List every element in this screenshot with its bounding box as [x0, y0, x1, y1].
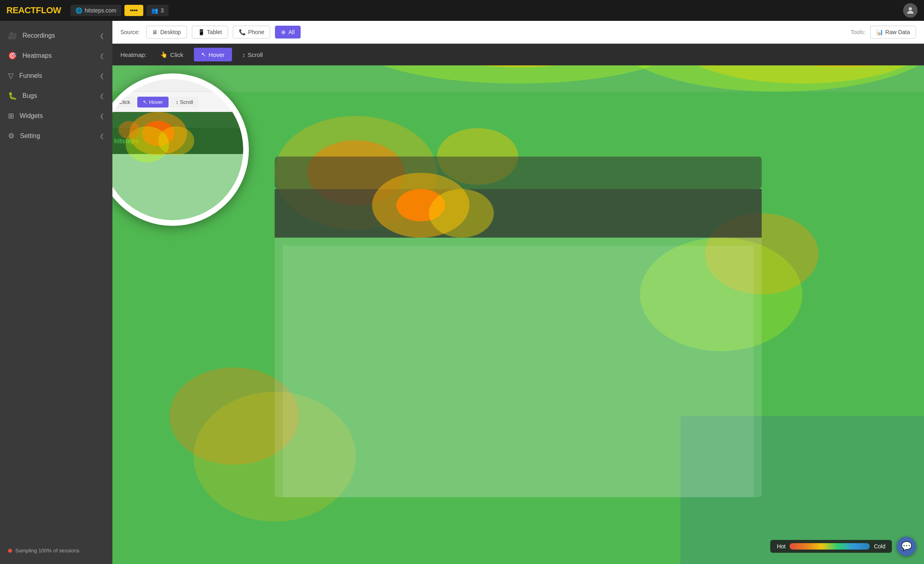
click-label: Click	[170, 51, 183, 58]
sidebar-item-funnels[interactable]: ▽ Funnels ❮	[0, 66, 112, 86]
svg-rect-18	[275, 156, 761, 189]
sidebar-footer: Sampling 100% of sessions.	[0, 542, 112, 559]
tablet-label: Tablet	[207, 29, 222, 35]
sidebar-label-funnels: Funnels	[19, 72, 42, 79]
users-icon: 👥	[151, 7, 158, 14]
widgets-chevron: ❮	[100, 113, 104, 119]
bugs-icon: 🐛	[8, 91, 17, 100]
magnifier-click-label: Click	[119, 99, 130, 105]
desktop-label: Desktop	[160, 29, 181, 35]
magnifier-lens: tmap: 👆Click ↖Hover ↕Scroll	[112, 73, 249, 226]
widgets-icon: ⊞	[8, 112, 14, 120]
funnels-icon: ▽	[8, 71, 14, 80]
svg-point-29	[118, 121, 140, 139]
heatmap-area: tmap: 👆Click ↖Hover ↕Scroll	[112, 65, 924, 564]
svg-point-22	[429, 189, 494, 237]
sidebar-item-heatmaps[interactable]: 🎯 Heatmaps ❮	[0, 46, 112, 66]
sidebar-label-recordings: Recordings	[22, 32, 55, 39]
all-icon: ⊕	[281, 29, 286, 35]
heatmap-label: Heatmap:	[120, 51, 147, 58]
tablet-icon: 📱	[198, 29, 205, 35]
scroll-label: Scroll	[248, 51, 263, 58]
sidebar-label-widgets: Widgets	[20, 112, 43, 120]
device-desktop-btn[interactable]: 🖥 Desktop	[146, 26, 187, 39]
sampling-text: Sampling 100% of sessions.	[15, 548, 81, 554]
recordings-chevron: ❮	[100, 32, 104, 39]
sampling-indicator	[8, 549, 12, 553]
users-badge[interactable]: 👥 3	[147, 5, 169, 16]
cold-label: Cold	[874, 543, 885, 550]
hot-label: Hot	[777, 543, 786, 550]
magnifier-hover-label: Hover	[149, 99, 163, 105]
chat-button[interactable]: 💬	[897, 537, 916, 556]
setting-icon: ⚙	[8, 132, 14, 140]
logo[interactable]: REACTFLOW	[6, 5, 61, 16]
sidebar-item-widgets[interactable]: ⊞ Widgets ❮	[0, 106, 112, 126]
user-avatar[interactable]	[903, 3, 918, 18]
all-label: All	[288, 29, 295, 35]
sidebar-label-heatmaps: Heatmaps	[22, 52, 52, 59]
logo-flow: FLOW	[36, 5, 61, 15]
main-content: Source: 🖥 Desktop 📱 Tablet 📞 Phone ⊕ All…	[112, 21, 924, 564]
toolbar: Source: 🖥 Desktop 📱 Tablet 📞 Phone ⊕ All…	[112, 21, 924, 44]
scroll-icon: ↕	[242, 51, 246, 58]
magnifier-scroll-label: Scroll	[180, 99, 193, 105]
svg-rect-23	[283, 246, 754, 497]
raw-data-button[interactable]: 📊 Raw Data	[870, 26, 916, 39]
heatmap-legend: Hot Cold	[770, 540, 892, 553]
click-icon: 👆	[160, 51, 168, 58]
sidebar: 🎥 Recordings ❮ 🎯 Heatmaps ❮ ▽ Funnels ❮ …	[0, 21, 112, 564]
phone-label: Phone	[248, 29, 264, 35]
raw-data-label: Raw Data	[885, 29, 910, 35]
hover-icon: ↖	[201, 51, 206, 58]
site-icon: 🌐	[75, 7, 82, 14]
phone-icon: 📞	[239, 29, 246, 35]
site-url: hitsteps.com	[85, 7, 116, 14]
raw-data-icon: 📊	[876, 29, 883, 35]
hover-label: Hover	[209, 51, 225, 58]
legend-gradient-bar	[790, 543, 870, 550]
heatmap-tab-scroll[interactable]: ↕ Scroll	[235, 48, 270, 61]
svg-point-0	[909, 7, 912, 10]
heatmap-bar: Heatmap: 👆 Click ↖ Hover ↕ Scroll	[112, 44, 924, 65]
source-label: Source:	[120, 29, 140, 35]
device-phone-btn[interactable]: 📞 Phone	[233, 26, 270, 39]
heatmap-tab-hover[interactable]: ↖ Hover	[194, 48, 232, 61]
top-navigation: REACTFLOW 🌐 hitsteps.com •••• 👥 3	[0, 0, 924, 21]
heatmaps-icon: 🎯	[8, 51, 17, 60]
sidebar-item-bugs[interactable]: 🐛 Bugs ❮	[0, 86, 112, 106]
sidebar-item-setting[interactable]: ⚙ Setting ❮	[0, 126, 112, 146]
chat-icon: 💬	[901, 541, 912, 552]
funnels-chevron: ❮	[100, 73, 104, 79]
site-selector[interactable]: 🌐 hitsteps.com	[71, 5, 121, 16]
sidebar-label-bugs: Bugs	[22, 92, 37, 99]
bugs-chevron: ❮	[100, 93, 104, 99]
device-all-btn[interactable]: ⊕ All	[275, 26, 301, 39]
logo-react: REACT	[6, 5, 36, 15]
sidebar-label-setting: Setting	[20, 132, 40, 140]
users-count: 3	[161, 7, 164, 14]
heatmap-tab-click[interactable]: 👆 Click	[153, 48, 191, 61]
setting-chevron: ❮	[100, 133, 104, 139]
device-tablet-btn[interactable]: 📱 Tablet	[192, 26, 228, 39]
sidebar-item-recordings[interactable]: 🎥 Recordings ❮	[0, 26, 112, 46]
recordings-icon: 🎥	[8, 31, 17, 40]
active-tab-indicator[interactable]: ••••	[124, 5, 144, 16]
desktop-icon: 🖥	[152, 29, 158, 35]
tools-label: Tools:	[851, 29, 865, 35]
heatmaps-chevron: ❮	[100, 53, 104, 59]
svg-rect-19	[275, 189, 761, 237]
